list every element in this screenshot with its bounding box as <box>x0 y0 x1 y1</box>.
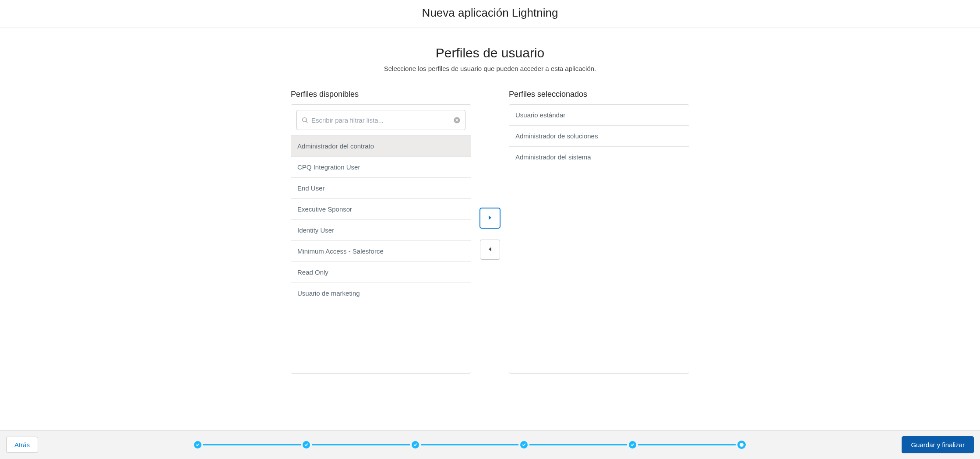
list-item[interactable]: Identity User <box>291 219 471 240</box>
search-input[interactable] <box>309 117 453 124</box>
svg-line-1 <box>306 121 307 122</box>
progress-indicator <box>38 441 902 449</box>
list-item[interactable]: Minimum Access - Salesforce <box>291 240 471 261</box>
svg-point-0 <box>303 117 307 121</box>
section-subtitle: Seleccione los perfiles de usuario que p… <box>9 65 971 72</box>
dual-listbox: Perfiles disponibles Adm <box>9 90 971 374</box>
list-item[interactable]: Administrador de soluciones <box>509 125 689 146</box>
progress-step[interactable] <box>303 441 310 448</box>
list-item[interactable]: CPQ Integration User <box>291 156 471 177</box>
modal-title: Nueva aplicación Lightning <box>0 6 980 20</box>
save-and-finish-button[interactable]: Guardar y finalizar <box>902 436 974 453</box>
progress-step[interactable] <box>412 441 419 448</box>
search-icon <box>301 117 309 124</box>
progress-line <box>529 444 627 445</box>
modal-header: Nueva aplicación Lightning <box>0 0 980 28</box>
transfer-buttons <box>480 208 500 260</box>
move-left-button[interactable] <box>480 240 500 260</box>
list-item[interactable]: Usuario estándar <box>509 105 689 125</box>
available-list[interactable]: Administrador del contratoCPQ Integratio… <box>291 135 471 373</box>
progress-line <box>312 444 409 445</box>
progress-step[interactable] <box>629 441 636 448</box>
selected-panel: Perfiles seleccionados Usuario estándarA… <box>509 90 689 374</box>
progress-step[interactable] <box>737 441 746 449</box>
list-item[interactable]: Read Only <box>291 261 471 282</box>
search-wrap <box>291 105 471 135</box>
chevron-left-icon <box>488 247 492 253</box>
section-title: Perfiles de usuario <box>9 46 971 60</box>
move-right-button[interactable] <box>480 208 500 228</box>
modal-body: Perfiles de usuario Seleccione los perfi… <box>0 28 980 430</box>
progress-step[interactable] <box>194 441 201 448</box>
chevron-right-icon <box>488 215 492 222</box>
list-item[interactable]: Executive Sponsor <box>291 198 471 219</box>
available-listbox: Administrador del contratoCPQ Integratio… <box>291 104 471 374</box>
clear-icon[interactable] <box>453 117 461 124</box>
selected-label: Perfiles seleccionados <box>509 90 689 99</box>
new-lightning-app-modal: Nueva aplicación Lightning Perfiles de u… <box>0 0 980 459</box>
progress-line <box>421 444 518 445</box>
available-label: Perfiles disponibles <box>291 90 471 99</box>
selected-list[interactable]: Usuario estándarAdministrador de solucio… <box>509 105 689 373</box>
progress-line <box>638 444 736 445</box>
list-item[interactable]: End User <box>291 177 471 198</box>
list-item[interactable]: Usuario de marketing <box>291 282 471 304</box>
progress-line <box>203 444 301 445</box>
selected-listbox: Usuario estándarAdministrador de solucio… <box>509 104 689 374</box>
list-item[interactable]: Administrador del contrato <box>291 135 471 156</box>
modal-footer: Atrás Guardar y finalizar <box>0 430 980 459</box>
progress-step[interactable] <box>520 441 528 448</box>
available-panel: Perfiles disponibles Adm <box>291 90 471 374</box>
back-button[interactable]: Atrás <box>6 437 38 453</box>
search-field[interactable] <box>296 110 465 130</box>
progress-track <box>194 441 746 449</box>
list-item[interactable]: Administrador del sistema <box>509 146 689 167</box>
